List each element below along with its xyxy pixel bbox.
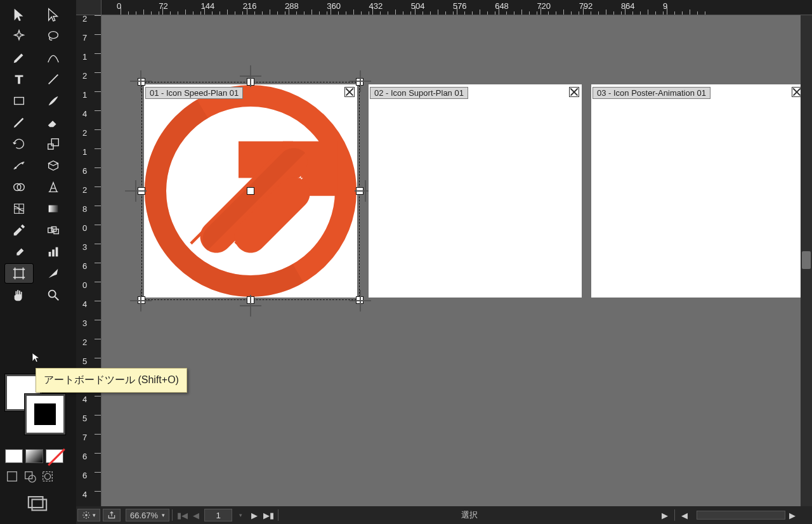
svg-line-19 <box>55 297 59 301</box>
first-artboard-button[interactable]: ▮◀ <box>175 509 189 521</box>
hand-tool[interactable] <box>5 285 33 305</box>
lasso-tool[interactable] <box>39 27 67 46</box>
status-settings-icon[interactable]: ▾ <box>77 509 100 521</box>
canvas-area[interactable]: 01 - Icon Speed-Plan 01 02 - Icon Suport… <box>102 15 812 506</box>
ruler-vertical[interactable]: 271214216280360432504576648 <box>76 15 102 506</box>
draw-normal-icon[interactable] <box>5 469 19 483</box>
status-bar: ▾ 66.67%▾ ▮◀ ◀ ▾ ▶ ▶▮ 選択 ▶ ◀ ▶ <box>76 506 812 524</box>
svg-point-29 <box>85 514 88 516</box>
status-next-icon[interactable]: ▶ <box>658 509 672 521</box>
selection-handle[interactable] <box>247 187 254 195</box>
svg-rect-4 <box>51 139 58 146</box>
selection-tool[interactable] <box>5 5 33 24</box>
ruler-horizontal[interactable]: 0721442162883604325045766487207928649 <box>102 0 812 15</box>
symbol-sprayer-tool[interactable] <box>5 242 33 261</box>
perspective-tool[interactable] <box>39 178 67 197</box>
last-artboard-button[interactable]: ▶▮ <box>261 509 275 521</box>
eraser-tool[interactable] <box>39 113 67 132</box>
horizontal-scrollbar[interactable] <box>697 511 785 520</box>
artboard-page-input[interactable] <box>204 509 232 521</box>
vertical-scrollbar[interactable] <box>801 15 812 506</box>
screen-mode-icon[interactable] <box>27 495 48 511</box>
artboard-2[interactable]: 02 - Icon Suport-Plan 01 <box>369 84 582 298</box>
status-mode-label: 選択 <box>281 509 658 521</box>
type-tool[interactable] <box>5 70 33 89</box>
none-mode[interactable] <box>46 449 63 463</box>
column-graph-tool[interactable] <box>39 242 67 261</box>
svg-rect-3 <box>48 144 53 149</box>
scale-tool[interactable] <box>39 134 67 154</box>
svg-line-1 <box>49 75 58 84</box>
svg-rect-11 <box>48 228 53 232</box>
artboard-close-icon[interactable] <box>569 87 579 97</box>
color-mode[interactable] <box>5 449 23 463</box>
blend-tool[interactable] <box>39 221 67 240</box>
paintbrush-tool[interactable] <box>39 91 67 110</box>
crop-mark <box>130 290 152 311</box>
svg-rect-16 <box>56 247 58 257</box>
rotate-tool[interactable] <box>5 134 33 154</box>
svg-rect-17 <box>15 270 23 278</box>
scrollbar-thumb[interactable] <box>802 251 811 269</box>
tools-panel <box>0 0 76 524</box>
workspace: 0721442162883604325045766487207928649 27… <box>76 0 812 506</box>
magic-wand-tool[interactable] <box>5 27 33 46</box>
svg-point-0 <box>49 32 58 39</box>
zoom-level[interactable]: 66.67%▾ <box>126 509 169 521</box>
svg-point-18 <box>49 291 56 298</box>
artboard-cursor-icon <box>30 352 42 364</box>
status-share-icon[interactable] <box>103 509 121 521</box>
mesh-tool[interactable] <box>5 199 33 218</box>
eyedropper-tool[interactable] <box>5 221 33 240</box>
svg-rect-20 <box>8 472 17 481</box>
artboard-label[interactable]: 03 - Icon Poster-Animation 01 <box>593 87 710 99</box>
crop-mark <box>240 295 261 317</box>
stroke-swatch[interactable] <box>27 396 63 433</box>
ruler-corner <box>76 0 102 15</box>
crop-mark <box>350 70 371 92</box>
zoom-tool[interactable] <box>39 285 67 305</box>
svg-point-6 <box>22 162 23 164</box>
curvature-tool[interactable] <box>39 48 67 67</box>
crop-mark <box>125 180 147 202</box>
svg-rect-26 <box>32 499 47 510</box>
svg-rect-14 <box>49 252 51 256</box>
artboard-page-dropdown[interactable]: ▾ <box>233 509 247 521</box>
hscroll-left[interactable]: ◀ <box>678 509 691 521</box>
svg-rect-10 <box>49 206 58 213</box>
hscroll-right[interactable]: ▶ <box>785 509 799 521</box>
crop-mark <box>240 65 261 87</box>
gradient-tool[interactable] <box>39 199 67 218</box>
free-transform-tool[interactable] <box>39 156 67 175</box>
crop-mark <box>130 70 152 92</box>
next-artboard-button[interactable]: ▶ <box>247 509 261 521</box>
svg-rect-15 <box>52 249 55 256</box>
prev-artboard-button[interactable]: ◀ <box>189 509 203 521</box>
artboard-tool[interactable] <box>5 264 33 283</box>
direct-selection-tool[interactable] <box>39 5 67 24</box>
draw-inside-icon[interactable] <box>41 469 55 483</box>
svg-rect-2 <box>15 98 24 105</box>
shape-builder-tool[interactable] <box>5 178 33 197</box>
line-tool[interactable] <box>39 70 67 89</box>
svg-point-24 <box>44 473 50 479</box>
tool-tooltip: アートボードツール (Shift+O) <box>36 368 187 393</box>
crop-mark <box>350 290 371 311</box>
svg-rect-25 <box>29 497 43 508</box>
draw-behind-icon[interactable] <box>23 469 37 483</box>
pencil-tool[interactable] <box>5 113 33 132</box>
gradient-mode[interactable] <box>25 449 43 463</box>
artboard-label[interactable]: 02 - Icon Suport-Plan 01 <box>370 87 468 99</box>
rectangle-tool[interactable] <box>5 91 33 110</box>
pen-tool[interactable] <box>5 48 33 67</box>
width-tool[interactable] <box>5 156 33 175</box>
slice-tool[interactable] <box>39 264 67 283</box>
artboard-3[interactable]: 03 - Icon Poster-Animation 01 <box>591 84 804 298</box>
